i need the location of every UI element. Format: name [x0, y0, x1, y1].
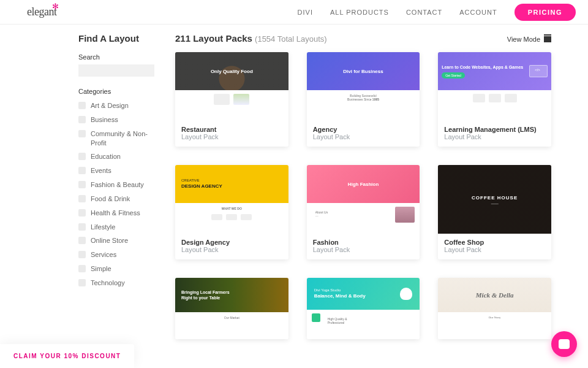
card-thumb: Only Quality Food: [175, 52, 288, 90]
checkbox-icon: [78, 153, 86, 160]
category-item[interactable]: Services: [78, 250, 154, 259]
card-sub: Layout Pack: [313, 133, 414, 140]
checkbox-icon: [78, 279, 86, 286]
nav-account[interactable]: ACCOUNT: [459, 9, 497, 16]
category-label: Online Store: [91, 236, 128, 245]
checkbox-icon: [78, 237, 86, 244]
category-label: Business: [91, 115, 118, 125]
category-label: Services: [91, 250, 116, 259]
content: Find A Layout Search Categories Art & De…: [0, 25, 588, 339]
category-label: Food & Drink: [91, 194, 130, 204]
checkbox-icon: [78, 209, 86, 217]
main-nav: DIVI ALL PRODUCTS CONTACT ACCOUNT PRICIN…: [298, 4, 576, 21]
results-count: 211: [175, 33, 190, 44]
card-sub: Layout Pack: [444, 133, 545, 140]
sidebar-title: Find A Layout: [78, 33, 154, 44]
view-mode-toggle[interactable]: View Mode: [507, 36, 551, 43]
card-thumb: Divi Yoga StudioBalance, Mind & Body: [307, 278, 420, 310]
card-title: Fashion: [313, 239, 414, 246]
checkbox-icon: [78, 130, 86, 137]
category-item[interactable]: Education: [78, 152, 154, 161]
card-thumb: CREATIVEDESIGN AGENCY: [175, 165, 288, 203]
category-item[interactable]: Online Store: [78, 236, 154, 245]
layout-card-design-agency[interactable]: CREATIVEDESIGN AGENCYWHAT WE DO Design A…: [175, 165, 288, 259]
checkbox-icon: [78, 116, 86, 123]
category-item[interactable]: Simple: [78, 264, 154, 274]
category-item[interactable]: Art & Design: [78, 101, 154, 110]
nav-all-products[interactable]: ALL PRODUCTS: [330, 9, 389, 16]
checkbox-icon: [78, 223, 86, 231]
category-item[interactable]: Food & Drink: [78, 194, 154, 204]
card-thumb: COFFEE HOUSE——: [438, 165, 551, 234]
checkbox-icon: [78, 102, 86, 109]
checkbox-icon: [78, 265, 86, 272]
card-sub: Layout Pack: [181, 133, 282, 140]
layout-card-coffee[interactable]: COFFEE HOUSE—— Coffee ShopLayout Pack: [438, 165, 551, 259]
category-item[interactable]: Community & Non-Profit: [78, 129, 154, 148]
category-item[interactable]: Fashion & Beauty: [78, 180, 154, 190]
category-label: Simple: [91, 264, 111, 274]
category-item[interactable]: Health & Fitness: [78, 209, 154, 218]
category-item[interactable]: Events: [78, 166, 154, 175]
logo[interactable]: elegant✻: [27, 6, 56, 18]
yoga-icon: [400, 288, 412, 300]
chat-icon: [559, 339, 570, 349]
sidebar: Find A Layout Search Categories Art & De…: [78, 33, 154, 339]
layout-card-yoga[interactable]: Divi Yoga StudioBalance, Mind & BodyHigh…: [307, 278, 420, 339]
card-sub: Layout Pack: [181, 246, 282, 253]
card-sub: Layout Pack: [444, 246, 545, 253]
card-thumb: Mick & Della: [438, 278, 551, 312]
category-label: Health & Fitness: [91, 209, 140, 218]
layout-card-farmers[interactable]: Bringing Local FarmersRight to your Tabl…: [175, 278, 288, 339]
category-label: Art & Design: [91, 101, 129, 110]
checkbox-icon: [78, 251, 86, 258]
discount-banner[interactable]: CLAIM YOUR 10% DISCOUNT: [0, 344, 134, 368]
category-item[interactable]: Lifestyle: [78, 223, 154, 232]
layout-card-agency[interactable]: Divi for BusinessBuilding SuccessfulBusi…: [307, 52, 420, 147]
card-title: Learning Management (LMS): [444, 126, 545, 133]
search-input[interactable]: [78, 64, 154, 77]
categories-heading: Categories: [78, 88, 154, 95]
logo-star-icon: ✻: [52, 2, 59, 12]
layout-card-restaurant[interactable]: Only Quality Food RestaurantLayout Pack: [175, 52, 288, 147]
main-header: 211 Layout Packs (1554 Total Layouts) Vi…: [175, 33, 551, 44]
card-thumb: Divi for Business: [307, 52, 420, 90]
category-label: Events: [91, 166, 111, 175]
chat-button[interactable]: [551, 331, 577, 357]
card-thumb: Learn to Code Websites, Apps & GamesGet …: [438, 52, 551, 90]
category-list: Art & DesignBusinessCommunity & Non-Prof…: [78, 101, 154, 288]
category-label: Community & Non-Profit: [91, 129, 154, 148]
card-title: Agency: [313, 126, 414, 133]
category-label: Lifestyle: [91, 223, 115, 232]
checkbox-icon: [78, 195, 86, 202]
category-item[interactable]: Business: [78, 115, 154, 125]
category-label: Fashion & Beauty: [91, 180, 144, 190]
category-item[interactable]: Technology: [78, 278, 154, 288]
checkbox-icon: [78, 167, 86, 174]
search-label: Search: [78, 53, 154, 61]
layout-card-lms[interactable]: Learn to Code Websites, Apps & GamesGet …: [438, 52, 551, 147]
card-thumb: Bringing Local FarmersRight to your Tabl…: [175, 278, 288, 312]
grid-icon: [544, 36, 551, 42]
category-label: Education: [91, 152, 121, 161]
nav-contact[interactable]: CONTACT: [406, 9, 442, 16]
main: 211 Layout Packs (1554 Total Layouts) Vi…: [175, 33, 551, 339]
card-title: Coffee Shop: [444, 239, 545, 246]
laptop-icon: [529, 65, 548, 77]
pricing-button[interactable]: PRICING: [514, 4, 576, 21]
card-title: Restaurant: [181, 126, 282, 133]
view-mode-label: View Mode: [507, 36, 540, 43]
nav-divi[interactable]: DIVI: [298, 9, 313, 16]
card-thumb: High Fashion: [307, 165, 420, 203]
results-total: (1554 Total Layouts): [255, 34, 327, 44]
results-title: 211 Layout Packs (1554 Total Layouts): [175, 33, 327, 44]
checkbox-icon: [78, 181, 86, 188]
card-title: Design Agency: [181, 239, 282, 246]
card-sub: Layout Pack: [313, 246, 414, 253]
layout-card-wedding[interactable]: Mick & DellaOur Story: [438, 278, 551, 339]
top-header: elegant✻ DIVI ALL PRODUCTS CONTACT ACCOU…: [0, 0, 588, 25]
layout-grid: Only Quality Food RestaurantLayout Pack …: [175, 52, 551, 339]
layout-card-fashion[interactable]: High FashionAbout Us— FashionLayout Pack: [307, 165, 420, 259]
category-label: Technology: [91, 278, 125, 288]
